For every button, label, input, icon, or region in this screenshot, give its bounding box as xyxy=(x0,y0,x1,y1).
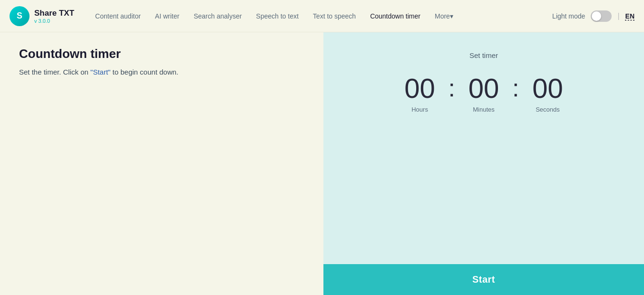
nav-search-analyser[interactable]: Search analyser xyxy=(187,9,248,24)
nav-more[interactable]: More▾ xyxy=(428,9,460,24)
timer-minutes-value[interactable]: 00 xyxy=(460,75,507,102)
logo-text-area: Share TXT v 3.0.0 xyxy=(34,9,74,24)
main-content: Countdown timer Set the timer. Click on … xyxy=(0,32,644,295)
logo-icon: S xyxy=(10,6,29,26)
desc-part2: to begin count down. xyxy=(110,68,178,76)
timer-seconds-unit: 00 Seconds xyxy=(524,75,571,113)
nav-speech-to-text[interactable]: Speech to text xyxy=(249,9,305,24)
language-button[interactable]: EN xyxy=(625,12,634,20)
light-mode-label: Light mode xyxy=(552,12,585,20)
set-timer-label: Set timer xyxy=(469,51,498,59)
logo-letter: S xyxy=(17,11,22,21)
timer-seconds-label: Seconds xyxy=(536,106,560,113)
toggle-knob xyxy=(592,11,601,21)
nav-links: Content auditor AI writer Search analyse… xyxy=(88,9,552,24)
page-description: Set the timer. Click on "Start" to begin… xyxy=(19,67,304,78)
nav-text-to-speech[interactable]: Text to speech xyxy=(306,9,362,24)
start-button[interactable]: Start xyxy=(323,264,644,295)
timer-minutes-label: Minutes xyxy=(473,106,495,113)
light-mode-toggle[interactable] xyxy=(591,10,612,22)
logo-link[interactable]: S Share TXT v 3.0.0 xyxy=(10,6,74,26)
desc-part1: Set the timer. Click on xyxy=(19,68,90,76)
logo-version: v 3.0.0 xyxy=(34,18,74,24)
nav-countdown-timer[interactable]: Countdown timer xyxy=(363,9,427,24)
nav-right: Light mode | EN xyxy=(552,10,634,22)
nav-content-auditor[interactable]: Content auditor xyxy=(88,9,147,24)
page-title: Countdown timer xyxy=(19,47,304,61)
timer-hours-value[interactable]: 00 xyxy=(396,75,444,102)
timer-seconds-value[interactable]: 00 xyxy=(524,75,571,102)
start-button-label: Start xyxy=(472,274,495,285)
desc-highlight: "Start" xyxy=(90,68,110,76)
timer-hours-unit: 00 Hours xyxy=(396,75,444,113)
right-panel: Set timer 00 Hours : 00 Minutes : 00 Sec… xyxy=(323,32,644,295)
header: S Share TXT v 3.0.0 Content auditor AI w… xyxy=(0,0,644,32)
logo-title: Share TXT xyxy=(34,9,74,18)
divider: | xyxy=(617,12,619,20)
timer-minutes-unit: 00 Minutes xyxy=(460,75,507,113)
timer-display: 00 Hours : 00 Minutes : 00 Seconds xyxy=(396,74,572,114)
timer-colon-1: : xyxy=(444,74,460,102)
timer-colon-2: : xyxy=(507,74,524,102)
timer-hours-label: Hours xyxy=(411,106,428,113)
nav-ai-writer[interactable]: AI writer xyxy=(148,9,186,24)
left-panel: Countdown timer Set the timer. Click on … xyxy=(0,32,323,295)
